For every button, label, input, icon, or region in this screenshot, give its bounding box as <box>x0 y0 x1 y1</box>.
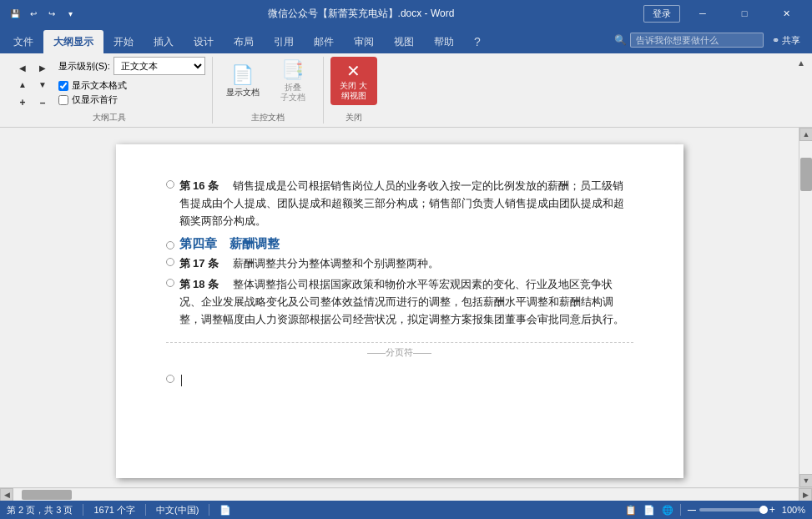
zoom-level[interactable]: 100% <box>782 505 805 515</box>
zoom-thumb[interactable] <box>759 506 768 514</box>
article-17-text: 第 17 条 薪酬调整共分为整体调整和个别调整两种。 <box>179 255 633 273</box>
doc-scroll[interactable]: 第 16 条 销售提成是公司根据销售岗位人员的业务收入按一定的比例发放的薪酬；员… <box>0 128 799 487</box>
close-outline-button[interactable]: ✕ 关闭 大纲视图 <box>330 57 377 105</box>
article-17-number: 第 17 条 <box>179 257 219 270</box>
doc-main: 第 16 条 销售提成是公司根据销售岗位人员的业务收入按一定的比例发放的薪酬；员… <box>0 128 812 501</box>
chapter-4-heading: 第四章 薪酬调整 <box>166 236 633 252</box>
show-first-line-row: 仅显示首行 <box>58 93 205 106</box>
ribbon-search-input[interactable] <box>630 33 764 48</box>
doc-page: 第 16 条 销售提成是公司根据销售岗位人员的业务收入按一定的比例发放的薪酬；员… <box>116 144 683 478</box>
outline-bullet-16 <box>166 180 174 189</box>
zoom-slider[interactable]: ─ + <box>688 503 775 516</box>
article-18: 第 18 条 整体调整指公司根据国家政策和物价水平等宏观因素的变化、行业及地区竞… <box>166 276 633 328</box>
collapse-subdoc-button[interactable]: 📑 折叠子文档 <box>270 57 316 105</box>
undo-icon[interactable]: ↩ <box>25 5 42 22</box>
show-first-line-label: 仅显示首行 <box>72 93 118 106</box>
view-web-icon[interactable]: 🌐 <box>662 505 673 516</box>
h-scroll-track[interactable] <box>13 489 799 501</box>
collapse-subdoc-icon: 📑 <box>281 59 304 81</box>
article-17: 第 17 条 薪酬调整共分为整体调整和个别调整两种。 <box>166 255 633 273</box>
login-button[interactable]: 登录 <box>643 5 680 23</box>
vertical-scrollbar[interactable]: ▲ ▼ <box>799 128 812 487</box>
scroll-thumb[interactable] <box>800 158 812 191</box>
quick-access-dropdown[interactable]: ▾ <box>62 5 78 22</box>
tab-review[interactable]: 审阅 <box>344 30 384 53</box>
ribbon-collapse-arrow[interactable]: ▲ <box>797 58 805 68</box>
tab-mailings[interactable]: 邮件 <box>304 30 344 53</box>
horizontal-scrollbar[interactable]: ◀ ▶ <box>0 487 812 501</box>
show-text-format-row: 显示文本格式 <box>58 79 205 92</box>
tab-layout[interactable]: 布局 <box>224 30 264 53</box>
redo-icon[interactable]: ↪ <box>43 5 60 22</box>
outline-bullet-ch4 <box>166 241 174 249</box>
outline-nav-left: ◀ ▶ ▲ ▼ + – <box>13 60 52 110</box>
article-18-text: 第 18 条 整体调整指公司根据国家政策和物价水平等宏观因素的变化、行业及地区竞… <box>179 276 633 328</box>
status-divider-3 <box>209 504 209 516</box>
title-bar-right: 登录 ─ □ ✕ <box>643 0 805 27</box>
tab-help[interactable]: 帮助 <box>424 30 464 53</box>
scroll-down-arrow[interactable]: ▼ <box>799 474 812 487</box>
tab-file[interactable]: 文件 <box>3 30 43 53</box>
article-16-number: 第 16 条 <box>179 179 219 192</box>
share-button[interactable]: ⚭ 共享 <box>767 33 805 48</box>
show-document-button[interactable]: 📄 显示文档 <box>219 57 266 105</box>
title-bar-left: 💾 ↩ ↪ ▾ <box>7 5 78 22</box>
show-text-format-checkbox[interactable] <box>58 81 68 91</box>
status-right: 📋 📄 🌐 ─ + 100% <box>625 503 805 516</box>
page-break: ——分页符—— <box>166 342 633 359</box>
tab-insert[interactable]: 插入 <box>144 30 184 53</box>
scroll-track[interactable] <box>799 141 812 474</box>
level-controls: 显示级别(S): 正文文本 1级 2级 显示文本格式 <box>58 57 205 106</box>
master-doc-label: 主控文档 <box>219 110 316 123</box>
show-doc-icon: 📄 <box>231 64 254 86</box>
outline-bullet-17 <box>166 258 174 266</box>
close-outline-label: 关闭 大纲视图 <box>336 81 371 101</box>
outline-tools-content: ◀ ▶ ▲ ▼ + – <box>13 57 205 110</box>
zoom-minus[interactable]: ─ <box>688 503 696 516</box>
zoom-track[interactable] <box>699 508 766 511</box>
move-left-button[interactable]: ◀ <box>13 60 32 75</box>
move-down-button[interactable]: ▼ <box>33 77 52 92</box>
level-select[interactable]: 正文文本 1级 2级 <box>113 57 205 75</box>
scroll-up-arrow[interactable]: ▲ <box>799 128 812 141</box>
zoom-plus[interactable]: + <box>769 504 775 516</box>
view-print-icon[interactable]: 📋 <box>625 505 637 516</box>
close-window-button[interactable]: ✕ <box>767 0 805 27</box>
move-up-button[interactable]: ▲ <box>13 77 32 92</box>
ribbon-content: ◀ ▶ ▲ ▼ + – <box>0 53 812 128</box>
save-icon[interactable]: 💾 <box>7 5 23 22</box>
tab-design[interactable]: 设计 <box>184 30 224 53</box>
restore-button[interactable]: □ <box>725 0 764 27</box>
tab-references[interactable]: 引用 <box>264 30 304 53</box>
doc-icon: 📄 <box>219 505 231 516</box>
outline-tools-group: ◀ ▶ ▲ ▼ + – <box>7 57 213 123</box>
close-group-label: 关闭 <box>330 110 377 123</box>
article-16: 第 16 条 销售提成是公司根据销售岗位人员的业务收入按一定的比例发放的薪酬；员… <box>166 178 633 229</box>
tab-outline[interactable]: 大纲显示 <box>43 30 103 53</box>
outline-bullet-18 <box>166 279 174 287</box>
empty-cursor <box>179 372 196 389</box>
language-info: 中文(中国) <box>156 504 199 516</box>
collapse-button[interactable]: – <box>33 95 52 110</box>
quick-access: 💾 ↩ ↪ ▾ <box>7 5 78 22</box>
help-icon[interactable]: ? <box>464 30 491 53</box>
close-group-content: ✕ 关闭 大纲视图 <box>330 57 377 110</box>
article-16-text: 第 16 条 销售提成是公司根据销售岗位人员的业务收入按一定的比例发放的薪酬；员… <box>179 178 633 229</box>
h-scroll-thumb[interactable] <box>22 490 72 500</box>
empty-line <box>166 372 633 389</box>
status-divider-2 <box>145 504 146 516</box>
tab-home[interactable]: 开始 <box>103 30 144 53</box>
expand-button[interactable]: + <box>13 95 32 110</box>
minimize-button[interactable]: ─ <box>683 0 722 27</box>
scroll-right-arrow[interactable]: ▶ <box>799 488 812 501</box>
move-right-button[interactable]: ▶ <box>33 60 52 75</box>
status-divider-1 <box>83 504 83 516</box>
tab-view[interactable]: 视图 <box>384 30 424 53</box>
scroll-left-arrow[interactable]: ◀ <box>0 488 13 501</box>
article-18-number: 第 18 条 <box>179 278 219 290</box>
chapter-4-title: 第四章 薪酬调整 <box>179 236 280 252</box>
master-doc-content: 📄 显示文档 📑 折叠子文档 <box>219 57 316 110</box>
view-read-icon[interactable]: 📄 <box>643 505 655 516</box>
show-first-line-checkbox[interactable] <box>58 95 68 105</box>
search-icon: 🔍 <box>614 34 627 46</box>
